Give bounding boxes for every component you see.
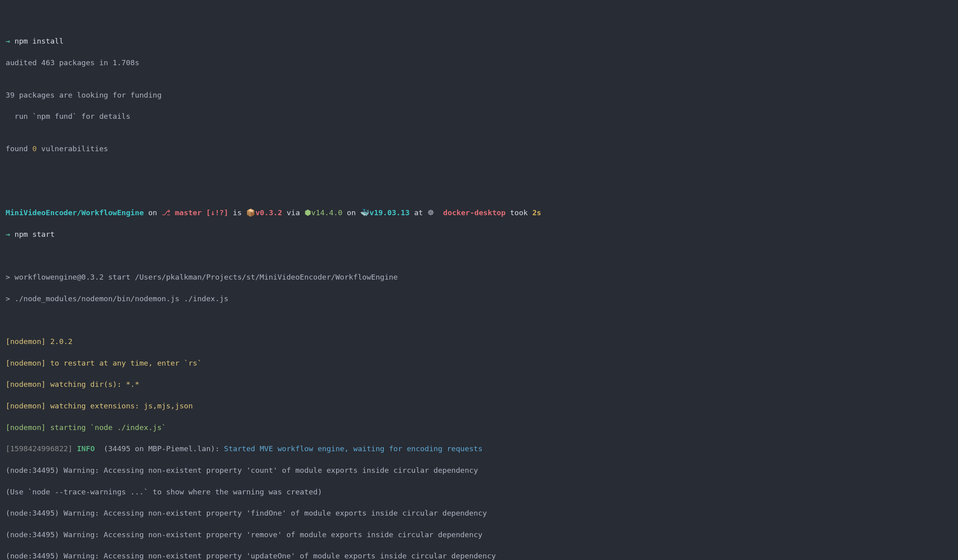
prompt-duration: 2s bbox=[532, 208, 541, 217]
nodemon-starting-line: [nodemon] starting `node ./index.js` bbox=[6, 422, 952, 433]
nodemon-line: [nodemon] watching extensions: js,mjs,js… bbox=[6, 401, 952, 412]
log-meta: (34495 on MBP-Piemel.lan): bbox=[95, 444, 224, 453]
log-timestamp: 1598424996822 bbox=[10, 444, 68, 453]
node-warning: (node:34495) Warning: Accessing non-exis… bbox=[6, 508, 952, 519]
package-version: v0.3.2 bbox=[255, 208, 282, 217]
output-funding-2: run `npm fund` for details bbox=[6, 111, 952, 122]
docker-icon: 🐳 bbox=[360, 208, 369, 217]
node-version: v14.4.0 bbox=[311, 208, 343, 217]
log-message: Started MVE workflow engine, waiting for… bbox=[224, 444, 483, 453]
prompt-arrow: → bbox=[6, 230, 10, 238]
git-status-flags: [↓!?] bbox=[206, 208, 228, 217]
prompt-line: MiniVideoEncoder/WorkflowEngine on ⎇ mas… bbox=[6, 208, 952, 218]
nodemon-line: [nodemon] to restart at any time, enter … bbox=[6, 358, 952, 369]
node-warning: (node:34495) Warning: Accessing non-exis… bbox=[6, 551, 952, 560]
blank-line bbox=[6, 165, 952, 176]
npm-script-line-2: > ./node_modules/nodemon/bin/nodemon.js … bbox=[6, 294, 952, 304]
npm-script-line-1: > workflowengine@0.3.2 start /Users/pkal… bbox=[6, 272, 952, 283]
node-icon: ⬢ bbox=[305, 208, 311, 217]
k8s-context: docker-desktop bbox=[434, 208, 505, 217]
git-branch-icon: ⎇ bbox=[162, 208, 170, 217]
docker-version: v19.03.13 bbox=[369, 208, 409, 217]
nodemon-line: [nodemon] 2.0.2 bbox=[6, 336, 952, 347]
prompt-path: MiniVideoEncoder/WorkflowEngine bbox=[6, 208, 144, 217]
terminal-line-command-2: → npm start bbox=[6, 229, 952, 240]
log-level: INFO bbox=[77, 444, 95, 453]
nodemon-line: [nodemon] watching dir(s): *.* bbox=[6, 379, 952, 390]
blank-line bbox=[6, 251, 952, 262]
vuln-count: 0 bbox=[32, 144, 37, 153]
terminal-line-1: → npm install bbox=[6, 36, 952, 47]
output-audited: audited 463 packages in 1.708s bbox=[6, 58, 952, 68]
node-warning: (node:34495) Warning: Accessing non-exis… bbox=[6, 465, 952, 476]
node-warning-hint: (Use `node --trace-warnings ...` to show… bbox=[6, 487, 952, 498]
output-funding-1: 39 packages are looking for funding bbox=[6, 90, 952, 101]
blank-line bbox=[6, 315, 952, 326]
log-line: [1598424996822] INFO (34495 on MBP-Pieme… bbox=[6, 444, 952, 454]
command-text: npm start bbox=[10, 230, 54, 238]
node-warning: (node:34495) Warning: Accessing non-exis… bbox=[6, 530, 952, 540]
blank-line bbox=[6, 186, 952, 197]
package-icon: 📦 bbox=[246, 208, 255, 217]
git-branch: master bbox=[170, 208, 206, 217]
prompt-arrow: → bbox=[6, 37, 10, 45]
command-text: npm install bbox=[10, 37, 64, 45]
kubernetes-icon: ☸ bbox=[427, 208, 434, 217]
output-vulnerabilities: found 0 vulnerabilities bbox=[6, 144, 952, 154]
